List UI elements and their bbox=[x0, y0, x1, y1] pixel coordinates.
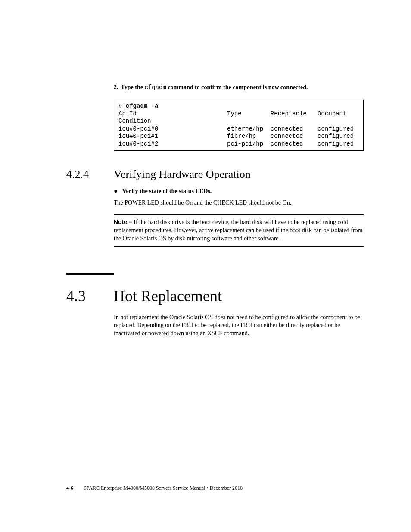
code-header: Ap_Id Type Receptacle Occupant Condition bbox=[118, 110, 346, 125]
code-command: cfgadm -a bbox=[126, 103, 159, 109]
note-label: Note – bbox=[114, 218, 132, 225]
note-rule-top bbox=[114, 214, 364, 215]
body-43: In hot replacement the Oracle Solaris OS… bbox=[114, 314, 364, 338]
step-command-inline: cfgadm bbox=[144, 84, 166, 91]
code-row-1: iou#0-pci#1 fibre/hp connected configure… bbox=[118, 133, 364, 140]
code-output-box: # cfgadm -a Ap_Id Type Receptacle Occupa… bbox=[114, 100, 364, 151]
code-row-0: iou#0-pci#0 etherne/hp connected configu… bbox=[118, 125, 364, 132]
heading-424: 4.2.4 Verifying Hardware Operation bbox=[66, 168, 364, 181]
heading-43-number: 4.3 bbox=[66, 287, 114, 305]
heading-43: 4.3 Hot Replacement bbox=[66, 287, 364, 305]
heading-424-number: 4.2.4 bbox=[66, 168, 114, 181]
note-block: Note – If the hard disk drive is the boo… bbox=[114, 218, 364, 243]
code-prompt: # bbox=[118, 103, 126, 109]
heading-43-title: Hot Replacement bbox=[114, 287, 222, 305]
step-prefix: Type the bbox=[121, 84, 145, 90]
bullet-icon: ● bbox=[114, 187, 118, 194]
footer-page-number: 4-6 bbox=[66, 485, 73, 491]
footer-text: SPARC Enterprise M4000/M5000 Servers Ser… bbox=[84, 485, 243, 491]
section-divider-bar bbox=[66, 273, 114, 275]
step-number: 2. bbox=[114, 84, 118, 90]
heading-424-title: Verifying Hardware Operation bbox=[114, 168, 251, 181]
step-suffix: command to confirm the component is now … bbox=[166, 84, 308, 90]
step-2: 2.Type the cfgadm command to confirm the… bbox=[114, 84, 364, 91]
note-rule-bottom bbox=[114, 246, 364, 247]
page-footer: 4-6SPARC Enterprise M4000/M5000 Servers … bbox=[66, 485, 243, 492]
bullet-verify-leds: ●Verify the state of the status LEDs. bbox=[114, 187, 364, 195]
note-text: If the hard disk drive is the boot devic… bbox=[114, 219, 362, 242]
code-row-2: iou#0-pci#2 pci-pci/hp connected configu… bbox=[118, 140, 364, 147]
bullet-text: Verify the state of the status LEDs. bbox=[122, 188, 212, 194]
body-424: The POWER LED should be On and the CHECK… bbox=[114, 199, 364, 207]
